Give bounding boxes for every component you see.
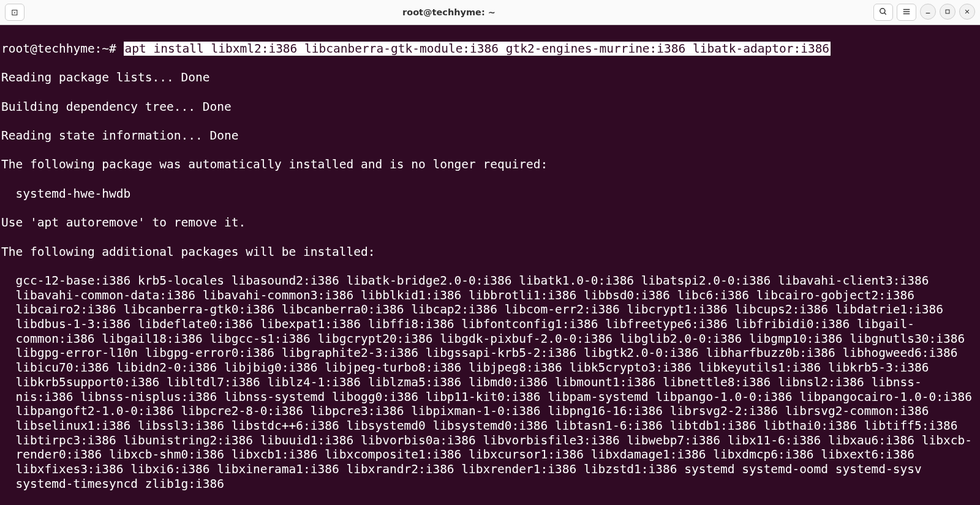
search-button[interactable]: [873, 4, 893, 21]
svg-line-1: [884, 12, 886, 14]
command-highlight: apt install libxml2:i386 libcanberra-gtk…: [124, 42, 831, 56]
output-line: The following package was automatically …: [1, 157, 979, 172]
output-line: Use 'apt autoremove' to remove it.: [1, 215, 979, 230]
close-button[interactable]: [959, 4, 975, 20]
output-line: systemd-hwe-hwdb: [1, 187, 979, 201]
search-icon: [879, 7, 888, 18]
output-line: Reading package lists... Done: [1, 70, 979, 85]
output-line: The following additional packages will b…: [1, 245, 979, 260]
svg-rect-6: [946, 10, 949, 13]
output-line: Building dependency tree... Done: [1, 100, 979, 114]
titlebar: ⊡ root@techhyme: ~: [0, 0, 980, 25]
titlebar-right: [873, 4, 975, 21]
svg-point-0: [880, 8, 885, 13]
minimize-icon: [925, 7, 931, 17]
output-line: Reading state information... Done: [1, 129, 979, 143]
new-tab-button[interactable]: ⊡: [5, 4, 24, 21]
additional-packages: gcc-12-base:i386 krb5-locales libasound2…: [1, 274, 979, 492]
new-tab-icon: ⊡: [11, 7, 18, 17]
minimize-button[interactable]: [920, 4, 936, 20]
hamburger-icon: [902, 7, 911, 18]
terminal[interactable]: root@techhyme:~# apt install libxml2:i38…: [0, 25, 980, 505]
hamburger-menu-button[interactable]: [897, 4, 916, 21]
window-title: root@techhyme: ~: [28, 7, 870, 17]
close-icon: [964, 7, 970, 17]
maximize-icon: [944, 7, 951, 17]
prompt-line: root@techhyme:~# apt install libxml2:i38…: [1, 42, 979, 56]
prompt: root@techhyme:~#: [1, 42, 124, 56]
maximize-button[interactable]: [940, 4, 956, 20]
